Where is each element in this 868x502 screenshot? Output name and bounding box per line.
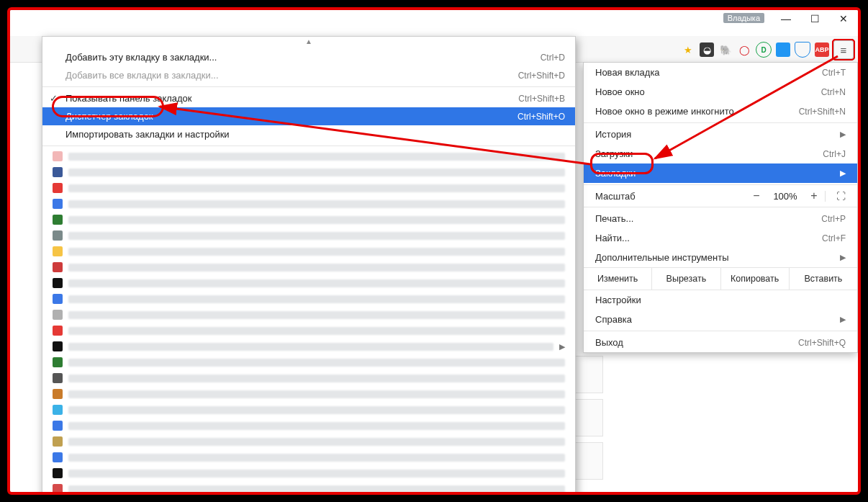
bookmark-item[interactable] bbox=[42, 354, 575, 370]
menu-item[interactable]: Настройки bbox=[584, 290, 857, 310]
submenu-item-label: Показывать панель закладок bbox=[65, 93, 192, 104]
bookmark-item[interactable] bbox=[42, 402, 575, 418]
menu-item[interactable]: Закладки▶ bbox=[584, 163, 857, 183]
bookmark-title-blurred bbox=[68, 264, 565, 272]
copy-button[interactable]: Копировать bbox=[720, 268, 789, 290]
submenu-item[interactable]: Добавить все вкладки в закладки...Ctrl+S… bbox=[42, 66, 575, 84]
bookmark-item[interactable] bbox=[42, 212, 575, 228]
bookmark-item[interactable] bbox=[42, 370, 575, 386]
menu-item[interactable]: ВыходCtrl+Shift+Q bbox=[584, 333, 857, 352]
favicon-icon bbox=[53, 373, 63, 383]
window-close-button[interactable]: ✕ bbox=[829, 10, 858, 27]
edit-label: Изменить bbox=[584, 268, 651, 290]
menu-item-label: История bbox=[595, 129, 631, 140]
bookmark-title-blurred bbox=[68, 232, 565, 240]
favicon-icon bbox=[53, 452, 63, 462]
menu-item-label: Загрузки bbox=[595, 148, 633, 159]
zoom-out-button[interactable]: − bbox=[746, 189, 767, 202]
bookmark-item[interactable] bbox=[42, 196, 575, 212]
submenu-arrow-icon: ▶ bbox=[840, 169, 846, 178]
menu-item[interactable]: Дополнительные инструменты▶ bbox=[584, 248, 857, 267]
submenu-item[interactable]: Диспетчер закладокCtrl+Shift+O bbox=[42, 107, 575, 125]
menu-shortcut: Ctrl+Shift+N bbox=[799, 107, 846, 117]
bookmark-item[interactable] bbox=[42, 481, 575, 495]
bookmark-title-blurred bbox=[68, 153, 565, 161]
fullscreen-button[interactable]: ⛶ bbox=[825, 191, 850, 202]
bookmark-item[interactable] bbox=[42, 386, 575, 402]
submenu-item[interactable]: Добавить эту вкладку в закладки...Ctrl+D bbox=[42, 48, 575, 66]
pocket-icon[interactable]: ◒ bbox=[700, 42, 714, 57]
bookmark-item[interactable] bbox=[42, 307, 575, 323]
menu-item-label: Найти... bbox=[595, 233, 630, 243]
menu-item[interactable]: Новое окноCtrl+N bbox=[584, 82, 857, 102]
main-menu-button[interactable]: ≡ bbox=[833, 40, 854, 59]
paste-button[interactable]: Вставить bbox=[789, 268, 857, 290]
bookmark-item[interactable] bbox=[42, 323, 575, 339]
bookmark-item[interactable] bbox=[42, 228, 575, 243]
scroll-up-arrow[interactable]: ▲ bbox=[42, 37, 575, 48]
cut-button[interactable]: Вырезать bbox=[651, 268, 720, 290]
profile-badge[interactable]: Владыка bbox=[723, 13, 764, 23]
favicon-icon bbox=[53, 294, 63, 304]
favicon-icon bbox=[53, 389, 63, 399]
bookmark-item[interactable] bbox=[42, 434, 575, 449]
menu-separator bbox=[42, 145, 575, 146]
menu-item-label: Новое окно в режиме инкогнито bbox=[595, 106, 734, 117]
zoom-in-button[interactable]: + bbox=[803, 189, 825, 202]
submenu-item-label: Диспетчер закладок bbox=[65, 111, 153, 122]
favicon-icon bbox=[53, 436, 63, 447]
submenu-item[interactable]: Импортировать закладки и настройки bbox=[42, 125, 575, 143]
bookmark-item[interactable] bbox=[42, 418, 575, 434]
menu-shortcut: Ctrl+N bbox=[821, 87, 846, 97]
evernote-icon[interactable]: 🐘 bbox=[718, 42, 733, 57]
menu-separator bbox=[584, 207, 857, 207]
adblock-icon[interactable]: ABP bbox=[815, 42, 829, 57]
bookmark-item[interactable] bbox=[42, 164, 575, 180]
menu-item[interactable]: Найти...Ctrl+F bbox=[584, 228, 857, 248]
window-titlebar: Владыка — ☐ ✕ bbox=[10, 10, 858, 30]
window-maximize-button[interactable]: ☐ bbox=[800, 10, 829, 27]
menu-item-label: Закладки bbox=[595, 168, 636, 179]
bookmark-title-blurred bbox=[68, 169, 565, 176]
bookmark-item[interactable] bbox=[42, 259, 575, 275]
submenu-item-label: Добавить эту вкладку в закладки... bbox=[65, 52, 217, 63]
ublock-icon[interactable]: D bbox=[756, 42, 772, 58]
bookmark-title-blurred bbox=[68, 248, 565, 256]
menu-item[interactable]: Новая вкладкаCtrl+T bbox=[584, 63, 857, 82]
submenu-arrow-icon: ▶ bbox=[559, 342, 565, 351]
submenu-item[interactable]: ✓Показывать панель закладокCtrl+Shift+B bbox=[42, 89, 575, 107]
favicon-icon bbox=[53, 310, 63, 320]
menu-item[interactable]: ЗагрузкиCtrl+J bbox=[584, 144, 857, 163]
favicon-icon bbox=[53, 246, 63, 256]
bookmark-item[interactable] bbox=[42, 291, 575, 307]
opera-icon[interactable]: ◯ bbox=[737, 42, 751, 57]
bookmark-title-blurred bbox=[68, 343, 553, 351]
extension-icon[interactable] bbox=[776, 42, 790, 57]
bookmark-item[interactable]: ▶ bbox=[42, 339, 575, 354]
menu-item[interactable]: Справка▶ bbox=[584, 310, 857, 329]
favicon-icon bbox=[53, 357, 63, 367]
favicon-icon bbox=[53, 215, 63, 225]
page-thumbnail bbox=[573, 356, 603, 393]
window-minimize-button[interactable]: — bbox=[772, 10, 800, 27]
bookmark-item[interactable] bbox=[42, 148, 575, 164]
menu-shortcut: Ctrl+Shift+B bbox=[518, 94, 565, 104]
menu-item[interactable]: Новое окно в режиме инкогнитоCtrl+Shift+… bbox=[584, 102, 857, 121]
drop-icon[interactable] bbox=[795, 42, 810, 58]
menu-item[interactable]: История▶ bbox=[584, 125, 857, 144]
bookmark-item[interactable] bbox=[42, 449, 575, 465]
menu-item-label: Настройки bbox=[595, 295, 641, 305]
bookmark-item[interactable] bbox=[42, 275, 575, 291]
menu-item-label: Дополнительные инструменты bbox=[595, 252, 729, 263]
bookmark-title-blurred bbox=[68, 390, 565, 398]
menu-item-label: Новое окно bbox=[595, 86, 645, 97]
bookmark-item[interactable] bbox=[42, 465, 575, 481]
bookmark-title-blurred bbox=[68, 184, 565, 192]
menu-item[interactable]: Печать...Ctrl+P bbox=[584, 209, 857, 228]
bookmark-star-icon[interactable]: ★ bbox=[681, 42, 695, 57]
bookmark-item[interactable] bbox=[42, 243, 575, 259]
favicon-icon bbox=[53, 199, 63, 209]
menu-shortcut: Ctrl+Shift+D bbox=[518, 71, 565, 81]
menu-separator bbox=[584, 331, 857, 331]
bookmark-item[interactable] bbox=[42, 180, 575, 196]
